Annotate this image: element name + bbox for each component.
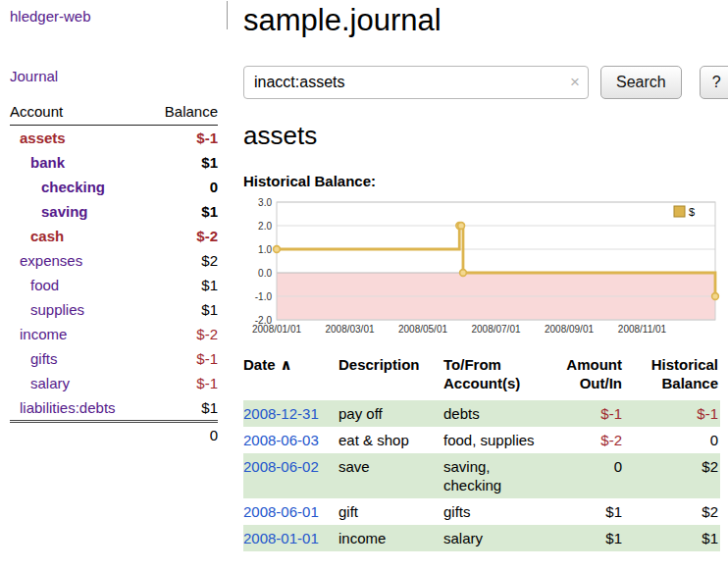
journal-link[interactable]: Journal (10, 68, 218, 84)
account-balance: $-1 (148, 126, 218, 151)
register-row: 2008-06-01giftgifts$1$2 (243, 498, 720, 525)
account-balance: $2 (148, 248, 218, 273)
svg-text:2008/11/01: 2008/11/01 (618, 324, 667, 335)
transaction-description: income (338, 525, 443, 551)
account-balance: $-1 (148, 371, 218, 395)
transaction-accounts: food, supplies (443, 427, 542, 453)
transaction-date-cell: 2008-01-01 (243, 525, 338, 551)
svg-text:2008/03/01: 2008/03/01 (325, 324, 374, 335)
transaction-accounts: debts (443, 400, 542, 427)
transaction-balance: $1 (624, 525, 720, 551)
account-link[interactable]: salary (30, 375, 70, 391)
historical-balance-chart: 3.02.01.00.0-1.0-2.02008/01/012008/03/01… (243, 194, 728, 341)
account-row: assets$-1 (10, 126, 218, 151)
account-link[interactable]: bank (30, 154, 65, 171)
transaction-date-cell: 2008-06-02 (243, 453, 338, 498)
account-balance: 0 (148, 175, 218, 199)
svg-text:2008/01/01: 2008/01/01 (252, 324, 301, 335)
transaction-amount: $1 (542, 498, 624, 525)
register-header-date[interactable]: Date∧ (243, 353, 338, 400)
account-heading: assets (243, 121, 728, 151)
transaction-description: gift (338, 498, 443, 525)
page-title: sample.journal (243, 3, 728, 38)
register-row: 2008-01-01incomesalary$1$1 (243, 525, 720, 551)
transaction-date-link[interactable]: 2008-06-02 (243, 458, 319, 475)
register-header-accounts[interactable]: To/From Account(s) (443, 353, 542, 400)
accounts-header-row: Account Balance (10, 99, 218, 126)
svg-text:1.0: 1.0 (258, 244, 272, 255)
accounts-table: Account Balance assets$-1bank$1checking0… (10, 99, 218, 447)
sidebar: hledger-web Journal Account Balance asse… (0, 0, 228, 571)
account-link[interactable]: gifts (30, 350, 58, 367)
search-box: × (243, 66, 589, 99)
account-link[interactable]: income (20, 326, 67, 342)
brand-link[interactable]: hledger-web (10, 8, 218, 25)
account-link[interactable]: supplies (30, 301, 84, 318)
date-header-label: Date (243, 356, 276, 373)
account-name-cell: income (10, 322, 148, 346)
account-link[interactable]: assets (20, 130, 66, 146)
transaction-date-link[interactable]: 2008-06-01 (243, 503, 319, 520)
account-name-cell: gifts (10, 346, 148, 371)
account-link[interactable]: liabilities:debts (20, 399, 116, 416)
help-button[interactable]: ? (700, 66, 728, 99)
account-balance: $-1 (148, 346, 218, 371)
register-header-balance[interactable]: Historical Balance (624, 353, 720, 400)
account-balance: $-2 (148, 224, 218, 248)
account-balance: $1 (148, 150, 218, 175)
account-column-header: Account (10, 99, 148, 126)
account-link[interactable]: saving (41, 203, 88, 220)
transaction-balance: $-1 (624, 400, 720, 427)
transaction-date-link[interactable]: 2008-12-31 (243, 405, 319, 422)
register-row: 2008-12-31pay offdebts$-1$-1 (243, 400, 720, 427)
account-row: food$1 (10, 273, 218, 297)
transaction-date-cell: 2008-06-03 (243, 427, 338, 453)
account-name-cell: expenses (10, 248, 148, 273)
register-header-amount[interactable]: Amount Out/In (542, 353, 624, 400)
transaction-balance: 0 (624, 427, 720, 453)
transaction-date-cell: 2008-06-01 (243, 498, 338, 525)
clear-search-icon[interactable]: × (570, 73, 580, 92)
account-name-cell: liabilities:debts (10, 395, 148, 422)
svg-text:2008/09/01: 2008/09/01 (545, 324, 594, 335)
transaction-balance: $2 (624, 498, 720, 525)
transaction-balance: $2 (624, 453, 720, 498)
transaction-description: eat & shop (338, 427, 443, 453)
search-button[interactable]: Search (600, 66, 682, 99)
transaction-date-link[interactable]: 2008-01-01 (243, 530, 319, 546)
transaction-accounts: gifts (443, 498, 542, 525)
accounts-total-row: 0 (10, 422, 218, 448)
svg-text:$: $ (689, 206, 695, 218)
chart-title: Historical Balance: (243, 173, 728, 189)
account-name-cell: saving (10, 199, 148, 224)
account-row: supplies$1 (10, 297, 218, 322)
transaction-amount: $-2 (542, 427, 624, 453)
search-input[interactable] (243, 66, 589, 99)
accounts-total-balance: 0 (148, 422, 218, 448)
sidebar-divider (227, 1, 228, 29)
account-link[interactable]: food (30, 277, 59, 293)
account-link[interactable]: cash (30, 228, 64, 244)
svg-text:2008/07/01: 2008/07/01 (471, 324, 520, 335)
account-balance: $-2 (148, 322, 218, 346)
account-row: checking0 (10, 175, 218, 199)
account-name-cell: assets (10, 126, 148, 151)
svg-text:3.0: 3.0 (258, 197, 272, 208)
account-link[interactable]: checking (41, 179, 105, 195)
hledger-web-app: hledger-web Journal Account Balance asse… (0, 0, 728, 571)
transaction-date-cell: 2008-12-31 (243, 400, 338, 427)
account-link[interactable]: expenses (20, 252, 82, 269)
transaction-amount: $-1 (542, 400, 624, 427)
transaction-date-link[interactable]: 2008-06-03 (243, 432, 319, 448)
account-row: cash$-2 (10, 224, 218, 248)
account-row: expenses$2 (10, 248, 218, 273)
register-table: Date∧ Description To/From Account(s) Amo… (243, 353, 720, 551)
svg-text:0.0: 0.0 (258, 268, 272, 279)
account-row: saving$1 (10, 199, 218, 224)
account-row: liabilities:debts$1 (10, 395, 218, 422)
account-balance: $1 (148, 297, 218, 322)
register-header-description[interactable]: Description (338, 353, 443, 400)
account-name-cell: supplies (10, 297, 148, 322)
register-row: 2008-06-02savesaving, checking0$2 (243, 453, 720, 498)
account-row: income$-2 (10, 322, 218, 346)
